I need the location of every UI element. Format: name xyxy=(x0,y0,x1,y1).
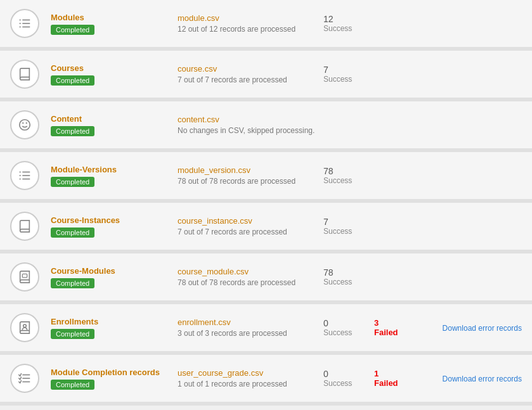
svg-point-16 xyxy=(23,324,27,328)
col-name-enrollments: Enrollments Completed xyxy=(51,317,178,339)
count-number-module-versions: 78 xyxy=(323,166,374,176)
icon-enrollments xyxy=(10,313,39,342)
col-count-enrollments: 0 Success xyxy=(323,318,374,337)
filename-modules: module.csv xyxy=(178,13,323,23)
row-label-courses: Courses xyxy=(51,63,178,73)
failed-label-enrollments: Failed xyxy=(374,328,425,337)
icon-modules xyxy=(10,9,39,38)
row-courses: Courses Completed course.csv 7 out of 7 … xyxy=(0,51,532,101)
col-file-course-instances: course_instance.csv 7 out of 7 records a… xyxy=(178,216,323,236)
col-name-module-versions: Module-Versions Completed xyxy=(51,165,178,187)
failed-status-module-completion: 1 Failed xyxy=(374,369,425,388)
col-count-module-completion: 0 Success xyxy=(323,369,374,388)
svg-point-4 xyxy=(20,23,21,24)
download-link-module-completion[interactable]: Download error records xyxy=(443,375,522,383)
col-name-modules: Modules Completed xyxy=(51,13,178,35)
col-file-course-modules: course_module.csv 78 out of 78 records a… xyxy=(178,267,323,287)
row-course-modules: Course-Modules Completed course_module.c… xyxy=(0,253,532,304)
filename-enrollments: enrollment.csv xyxy=(178,317,323,327)
row-enrollments: Enrollments Completed enrollment.csv 3 o… xyxy=(0,304,532,355)
icon-module-versions xyxy=(10,161,39,190)
badge-courses: Completed xyxy=(51,75,94,86)
svg-point-3 xyxy=(20,19,21,20)
failed-count-module-completion: 1 xyxy=(374,369,425,378)
col-count-modules: 12 Success xyxy=(323,14,374,33)
badge-modules: Completed xyxy=(51,25,94,35)
count-number-course-modules: 78 xyxy=(323,267,374,278)
col-file-courses: course.csv 7 out of 7 records are proces… xyxy=(178,64,323,84)
col-count-courses: 7 Success xyxy=(323,65,374,84)
count-number-enrollments: 0 xyxy=(323,318,374,328)
badge-course-instances: Completed xyxy=(51,227,94,238)
row-module-completion: Module Completion records Completed user… xyxy=(0,355,532,406)
filename-module-completion: user_course_grade.csv xyxy=(178,368,323,378)
row-label-module-completion: Module Completion records xyxy=(51,368,178,377)
row-module-versions: Module-Versions Completed module_version… xyxy=(0,152,532,203)
count-number-course-instances: 7 xyxy=(323,217,374,227)
detail-modules: 12 out of 12 records are processed xyxy=(178,25,323,34)
svg-point-5 xyxy=(20,26,21,27)
detail-course-instances: 7 out of 7 records are processed xyxy=(178,227,323,236)
icon-course-instances xyxy=(10,212,39,241)
svg-point-13 xyxy=(20,175,21,176)
row-label-module-versions: Module-Versions xyxy=(51,165,178,174)
icon-course-modules xyxy=(10,262,39,291)
badge-module-completion: Completed xyxy=(51,380,94,390)
row-label-enrollments: Enrollments xyxy=(51,317,178,326)
col-name-course-modules: Course-Modules Completed xyxy=(51,266,178,288)
row-modules: Modules Completed module.csv 12 out of 1… xyxy=(0,0,532,51)
count-number-module-completion: 0 xyxy=(323,369,374,379)
filename-module-versions: module_version.csv xyxy=(178,165,323,175)
detail-content: No changes in CSV, skipped processing. xyxy=(178,126,323,135)
row-label-content: Content xyxy=(51,114,178,124)
detail-module-completion: 1 out of 1 records are processed xyxy=(178,380,323,388)
row-label-course-instances: Course-Instances xyxy=(51,215,178,225)
detail-courses: 7 out of 7 records are processed xyxy=(178,75,323,84)
col-name-content: Content Completed xyxy=(51,114,178,136)
col-name-course-instances: Course-Instances Completed xyxy=(51,215,178,238)
count-label-modules: Success xyxy=(323,24,374,33)
filename-course-instances: course_instance.csv xyxy=(178,216,323,226)
col-file-module-versions: module_version.csv 78 out of 78 records … xyxy=(178,165,323,186)
svg-point-6 xyxy=(20,120,30,131)
col-file-modules: module.csv 12 out of 12 records are proc… xyxy=(178,13,323,34)
count-label-courses: Success xyxy=(323,75,374,84)
detail-course-modules: 78 out of 78 records are processed xyxy=(178,278,323,287)
count-label-course-instances: Success xyxy=(323,227,374,236)
row-label-course-modules: Course-Modules xyxy=(51,266,178,276)
col-file-content: content.csv No changes in CSV, skipped p… xyxy=(178,115,323,135)
badge-course-modules: Completed xyxy=(51,278,94,288)
count-label-module-versions: Success xyxy=(323,176,374,185)
icon-content xyxy=(10,110,39,139)
col-count-course-modules: 78 Success xyxy=(323,267,374,286)
row-content: Content Completed content.csv No changes… xyxy=(0,101,532,152)
row-course-instances: Course-Instances Completed course_instan… xyxy=(0,203,532,253)
icon-courses xyxy=(10,60,39,89)
failed-label-module-completion: Failed xyxy=(374,378,425,388)
icon-module-completion xyxy=(10,364,39,393)
count-number-modules: 12 xyxy=(323,14,374,24)
download-col-module-completion: Download error records xyxy=(425,374,522,383)
failed-count-enrollments: 3 xyxy=(374,318,425,328)
download-link-enrollments[interactable]: Download error records xyxy=(443,324,522,333)
badge-module-versions: Completed xyxy=(51,177,94,187)
col-count-module-versions: 78 Success xyxy=(323,166,374,185)
failed-status-enrollments: 3 Failed xyxy=(374,318,425,337)
detail-module-versions: 78 out of 78 records are processed xyxy=(178,177,323,186)
detail-enrollments: 3 out of 3 records are processed xyxy=(178,329,323,338)
col-name-courses: Courses Completed xyxy=(51,63,178,86)
filename-content: content.csv xyxy=(178,115,323,124)
svg-rect-15 xyxy=(22,274,27,278)
row-label-modules: Modules xyxy=(51,13,178,22)
filename-courses: course.csv xyxy=(178,64,323,74)
col-file-module-completion: user_course_grade.csv 1 out of 1 records… xyxy=(178,368,323,388)
col-count-course-instances: 7 Success xyxy=(323,217,374,236)
svg-point-14 xyxy=(20,178,21,179)
badge-enrollments: Completed xyxy=(51,329,94,339)
filename-course-modules: course_module.csv xyxy=(178,267,323,276)
col-file-enrollments: enrollment.csv 3 out of 3 records are pr… xyxy=(178,317,323,338)
count-label-course-modules: Success xyxy=(323,278,374,286)
count-label-enrollments: Success xyxy=(323,328,374,337)
count-label-module-completion: Success xyxy=(323,379,374,388)
download-col-enrollments: Download error records xyxy=(425,323,522,333)
